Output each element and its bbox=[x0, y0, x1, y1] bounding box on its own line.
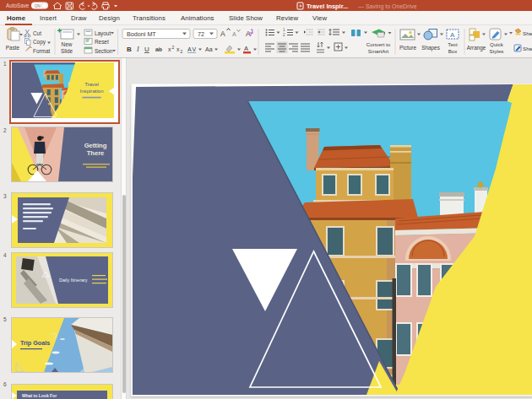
svg-text:Quick: Quick bbox=[490, 41, 504, 47]
svg-text:1: 1 bbox=[283, 28, 285, 32]
svg-text:— Saving to OneDrive: — Saving to OneDrive bbox=[358, 3, 417, 10]
svg-text:Paste: Paste bbox=[6, 45, 20, 51]
svg-text:Reset: Reset bbox=[95, 39, 109, 45]
svg-text:Travel: Travel bbox=[84, 81, 99, 87]
svg-text:A: A bbox=[232, 31, 236, 37]
svg-text:There: There bbox=[87, 149, 105, 157]
svg-text:Cut: Cut bbox=[33, 30, 41, 36]
svg-text:Aa: Aa bbox=[205, 46, 213, 52]
svg-text:Box: Box bbox=[448, 48, 459, 54]
svg-text:Format: Format bbox=[33, 48, 50, 54]
svg-text:Travel Inspir...: Travel Inspir... bbox=[307, 3, 348, 10]
svg-text:A: A bbox=[450, 31, 455, 39]
svg-text:Shap: Shap bbox=[523, 46, 532, 51]
svg-text:Shapes: Shapes bbox=[421, 45, 440, 51]
svg-text:Shap: Shap bbox=[523, 30, 532, 36]
svg-text:What to Look For: What to Look For bbox=[22, 393, 57, 398]
svg-text:2: 2 bbox=[181, 49, 183, 54]
svg-text:x: x bbox=[176, 46, 180, 52]
svg-text:New: New bbox=[62, 41, 73, 47]
svg-text:B: B bbox=[127, 46, 132, 53]
svg-text:Bodoni MT: Bodoni MT bbox=[127, 30, 156, 38]
svg-text:V: V bbox=[193, 46, 197, 52]
svg-text:ON: ON bbox=[35, 4, 41, 8]
svg-text:Text: Text bbox=[448, 41, 458, 47]
svg-text:Convert to: Convert to bbox=[366, 41, 391, 47]
svg-text:72: 72 bbox=[198, 30, 204, 38]
svg-text:A: A bbox=[244, 45, 248, 52]
svg-text:Arrange: Arrange bbox=[467, 45, 486, 51]
svg-text:ab: ab bbox=[155, 46, 162, 52]
svg-text:Picture: Picture bbox=[399, 45, 416, 51]
svg-text:I: I bbox=[136, 46, 139, 53]
svg-text:Trip Goals: Trip Goals bbox=[20, 339, 50, 347]
svg-text:U: U bbox=[144, 46, 149, 53]
svg-text:2: 2 bbox=[172, 45, 175, 50]
svg-text:Layout: Layout bbox=[95, 30, 111, 37]
svg-text:Slide: Slide bbox=[61, 48, 73, 54]
svg-text:Styles: Styles bbox=[490, 48, 504, 54]
svg-text:Copy: Copy bbox=[33, 39, 46, 46]
svg-text:A: A bbox=[187, 46, 192, 52]
svg-text:A: A bbox=[246, 30, 251, 38]
svg-text:Inspiration: Inspiration bbox=[80, 88, 105, 94]
svg-text:Getting: Getting bbox=[84, 142, 107, 149]
svg-text:2: 2 bbox=[283, 33, 285, 37]
svg-text:x: x bbox=[168, 46, 171, 52]
svg-text:Section: Section bbox=[95, 48, 113, 54]
svg-text:SmartArt: SmartArt bbox=[368, 48, 389, 54]
svg-text:Daily Itinerary: Daily Itinerary bbox=[59, 278, 88, 283]
svg-text:AutoSave: AutoSave bbox=[6, 3, 30, 8]
svg-text:A: A bbox=[220, 30, 225, 38]
